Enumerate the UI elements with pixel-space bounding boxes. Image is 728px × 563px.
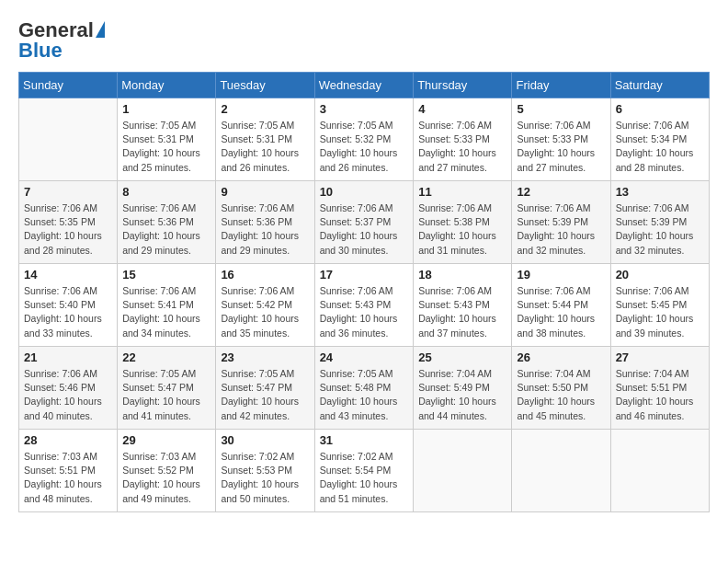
weekday-header-thursday: Thursday (414, 73, 512, 98)
day-number: 6 (616, 102, 704, 116)
sun-info: Sunrise: 7:06 AMSunset: 5:42 PMDaylight:… (221, 284, 309, 340)
calendar-cell: 19Sunrise: 7:06 AMSunset: 5:44 PMDayligh… (512, 264, 610, 347)
sun-info: Sunrise: 7:03 AMSunset: 5:52 PMDaylight:… (122, 450, 210, 506)
day-number: 17 (320, 268, 409, 282)
calendar-cell: 11Sunrise: 7:06 AMSunset: 5:38 PMDayligh… (414, 181, 512, 264)
day-number: 10 (320, 185, 409, 199)
calendar-cell (19, 98, 118, 181)
sun-info: Sunrise: 7:03 AMSunset: 5:51 PMDaylight:… (24, 450, 112, 506)
day-number: 26 (517, 350, 605, 364)
day-number: 2 (221, 102, 309, 116)
calendar-week-row: 21Sunrise: 7:06 AMSunset: 5:46 PMDayligh… (19, 347, 710, 430)
logo-blue-text: Blue (18, 39, 63, 63)
sun-info: Sunrise: 7:06 AMSunset: 5:43 PMDaylight:… (320, 284, 409, 340)
day-number: 28 (24, 433, 112, 447)
sun-info: Sunrise: 7:04 AMSunset: 5:50 PMDaylight:… (517, 367, 605, 423)
sun-info: Sunrise: 7:06 AMSunset: 5:33 PMDaylight:… (418, 119, 506, 175)
day-number: 9 (221, 185, 309, 199)
sun-info: Sunrise: 7:02 AMSunset: 5:53 PMDaylight:… (221, 450, 309, 506)
calendar-cell: 17Sunrise: 7:06 AMSunset: 5:43 PMDayligh… (314, 264, 414, 347)
sun-info: Sunrise: 7:06 AMSunset: 5:39 PMDaylight:… (517, 201, 605, 258)
sun-info: Sunrise: 7:06 AMSunset: 5:43 PMDaylight:… (418, 284, 506, 340)
sun-info: Sunrise: 7:06 AMSunset: 5:44 PMDaylight:… (517, 284, 605, 340)
day-number: 18 (418, 268, 506, 282)
sun-info: Sunrise: 7:06 AMSunset: 5:34 PMDaylight:… (616, 119, 704, 175)
day-number: 3 (320, 102, 409, 116)
sun-info: Sunrise: 7:06 AMSunset: 5:38 PMDaylight:… (418, 201, 506, 258)
day-number: 4 (418, 102, 506, 116)
weekday-header-wednesday: Wednesday (314, 73, 414, 98)
weekday-header-monday: Monday (118, 73, 216, 98)
day-number: 20 (616, 268, 704, 282)
calendar-cell: 18Sunrise: 7:06 AMSunset: 5:43 PMDayligh… (414, 264, 512, 347)
day-number: 30 (221, 433, 309, 447)
sun-info: Sunrise: 7:05 AMSunset: 5:31 PMDaylight:… (221, 119, 309, 175)
calendar-cell: 29Sunrise: 7:03 AMSunset: 5:52 PMDayligh… (118, 430, 216, 512)
calendar-cell: 2Sunrise: 7:05 AMSunset: 5:31 PMDaylight… (216, 98, 314, 181)
day-number: 14 (24, 268, 112, 282)
calendar-cell: 7Sunrise: 7:06 AMSunset: 5:35 PMDaylight… (19, 181, 118, 264)
calendar-week-row: 14Sunrise: 7:06 AMSunset: 5:40 PMDayligh… (19, 264, 710, 347)
calendar-cell: 4Sunrise: 7:06 AMSunset: 5:33 PMDaylight… (414, 98, 512, 181)
day-number: 22 (122, 350, 210, 364)
day-number: 31 (320, 433, 409, 447)
day-number: 27 (616, 350, 704, 364)
sun-info: Sunrise: 7:06 AMSunset: 5:40 PMDaylight:… (24, 284, 112, 340)
calendar-body: 1Sunrise: 7:05 AMSunset: 5:31 PMDaylight… (19, 98, 710, 512)
calendar-cell: 10Sunrise: 7:06 AMSunset: 5:37 PMDayligh… (314, 181, 414, 264)
calendar-cell: 1Sunrise: 7:05 AMSunset: 5:31 PMDaylight… (118, 98, 216, 181)
sun-info: Sunrise: 7:06 AMSunset: 5:37 PMDaylight:… (320, 201, 409, 258)
day-number: 8 (122, 185, 210, 199)
calendar-cell: 21Sunrise: 7:06 AMSunset: 5:46 PMDayligh… (19, 347, 118, 430)
calendar-week-row: 28Sunrise: 7:03 AMSunset: 5:51 PMDayligh… (19, 430, 710, 512)
calendar-cell: 3Sunrise: 7:05 AMSunset: 5:32 PMDaylight… (314, 98, 414, 181)
day-number: 29 (122, 433, 210, 447)
calendar-cell (610, 430, 709, 512)
weekday-header-saturday: Saturday (610, 73, 709, 98)
day-number: 19 (517, 268, 605, 282)
calendar-cell: 24Sunrise: 7:05 AMSunset: 5:48 PMDayligh… (314, 347, 414, 430)
sun-info: Sunrise: 7:04 AMSunset: 5:51 PMDaylight:… (616, 367, 704, 423)
calendar-cell: 26Sunrise: 7:04 AMSunset: 5:50 PMDayligh… (512, 347, 610, 430)
logo: General Blue (18, 18, 105, 63)
calendar-cell: 12Sunrise: 7:06 AMSunset: 5:39 PMDayligh… (512, 181, 610, 264)
calendar-header-row: SundayMondayTuesdayWednesdayThursdayFrid… (19, 73, 710, 98)
logo-triangle-icon (96, 21, 105, 38)
sun-info: Sunrise: 7:05 AMSunset: 5:47 PMDaylight:… (221, 367, 309, 423)
calendar-cell: 14Sunrise: 7:06 AMSunset: 5:40 PMDayligh… (19, 264, 118, 347)
sun-info: Sunrise: 7:05 AMSunset: 5:48 PMDaylight:… (320, 367, 409, 423)
day-number: 12 (517, 185, 605, 199)
sun-info: Sunrise: 7:06 AMSunset: 5:45 PMDaylight:… (616, 284, 704, 340)
sun-info: Sunrise: 7:06 AMSunset: 5:41 PMDaylight:… (122, 284, 210, 340)
calendar-cell: 23Sunrise: 7:05 AMSunset: 5:47 PMDayligh… (216, 347, 314, 430)
calendar-cell: 8Sunrise: 7:06 AMSunset: 5:36 PMDaylight… (118, 181, 216, 264)
sun-info: Sunrise: 7:06 AMSunset: 5:39 PMDaylight:… (616, 201, 704, 258)
calendar-cell: 5Sunrise: 7:06 AMSunset: 5:33 PMDaylight… (512, 98, 610, 181)
sun-info: Sunrise: 7:05 AMSunset: 5:47 PMDaylight:… (122, 367, 210, 423)
sun-info: Sunrise: 7:06 AMSunset: 5:33 PMDaylight:… (517, 119, 605, 175)
day-number: 1 (122, 102, 210, 116)
weekday-header-tuesday: Tuesday (216, 73, 314, 98)
calendar-cell: 20Sunrise: 7:06 AMSunset: 5:45 PMDayligh… (610, 264, 709, 347)
calendar-cell: 31Sunrise: 7:02 AMSunset: 5:54 PMDayligh… (314, 430, 414, 512)
calendar-cell: 28Sunrise: 7:03 AMSunset: 5:51 PMDayligh… (19, 430, 118, 512)
sun-info: Sunrise: 7:06 AMSunset: 5:36 PMDaylight:… (122, 201, 210, 258)
weekday-header-friday: Friday (512, 73, 610, 98)
day-number: 16 (221, 268, 309, 282)
sun-info: Sunrise: 7:05 AMSunset: 5:31 PMDaylight:… (122, 119, 210, 175)
calendar-cell: 30Sunrise: 7:02 AMSunset: 5:53 PMDayligh… (216, 430, 314, 512)
calendar-cell: 6Sunrise: 7:06 AMSunset: 5:34 PMDaylight… (610, 98, 709, 181)
calendar-table: SundayMondayTuesdayWednesdayThursdayFrid… (18, 72, 710, 512)
calendar-cell: 16Sunrise: 7:06 AMSunset: 5:42 PMDayligh… (216, 264, 314, 347)
calendar-cell (414, 430, 512, 512)
day-number: 7 (24, 185, 112, 199)
day-number: 25 (418, 350, 506, 364)
day-number: 23 (221, 350, 309, 364)
day-number: 15 (122, 268, 210, 282)
sun-info: Sunrise: 7:06 AMSunset: 5:36 PMDaylight:… (221, 201, 309, 258)
sun-info: Sunrise: 7:06 AMSunset: 5:46 PMDaylight:… (24, 367, 112, 423)
calendar-cell: 22Sunrise: 7:05 AMSunset: 5:47 PMDayligh… (118, 347, 216, 430)
calendar-cell: 9Sunrise: 7:06 AMSunset: 5:36 PMDaylight… (216, 181, 314, 264)
sun-info: Sunrise: 7:04 AMSunset: 5:49 PMDaylight:… (418, 367, 506, 423)
day-number: 24 (320, 350, 409, 364)
